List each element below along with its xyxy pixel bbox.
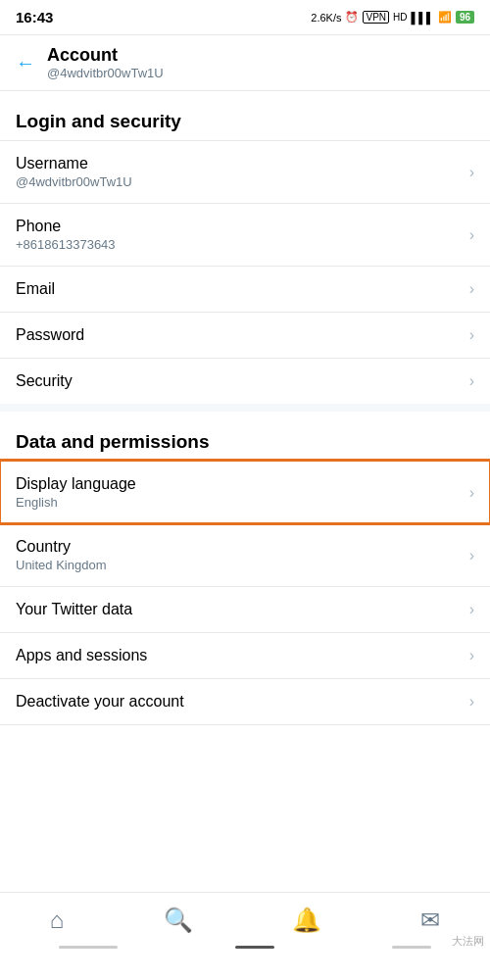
page-header: ← Account @4wdvitbr00wTw1U	[0, 35, 490, 91]
nav-indicator-home	[235, 946, 274, 949]
menu-item-title-phone: Phone	[16, 218, 116, 235]
menu-item-title-username: Username	[16, 155, 132, 172]
status-bar: 16:43 2.6K/s ⏰ VPN HD ▌▌▌ 📶 96	[0, 0, 490, 35]
status-time: 16:43	[16, 9, 53, 25]
menu-item-left-display-language: Display languageEnglish	[16, 475, 136, 510]
menu-item-left-username: Username@4wdvitbr00wTw1U	[16, 155, 132, 189]
back-button[interactable]: ←	[16, 52, 35, 74]
menu-item-title-email: Email	[16, 280, 55, 298]
menu-item-apps-sessions[interactable]: Apps and sessions›	[0, 632, 490, 678]
watermark: 大法网	[446, 932, 490, 951]
clock-icon: ⏰	[345, 11, 359, 24]
search-icon[interactable]: 🔍	[164, 906, 193, 934]
menu-item-title-deactivate: Deactivate your account	[16, 693, 184, 710]
section-title-data-permissions: Data and permissions	[16, 431, 209, 452]
chevron-icon-email: ›	[469, 280, 474, 298]
section-header-login-security: Login and security	[0, 91, 490, 140]
menu-item-title-twitter-data: Your Twitter data	[16, 601, 132, 618]
menu-item-left-email: Email	[16, 280, 55, 298]
menu-item-security[interactable]: Security›	[0, 358, 490, 404]
menu-item-title-security: Security	[16, 372, 73, 390]
menu-item-subtitle-username: @4wdvitbr00wTw1U	[16, 174, 132, 189]
menu-item-title-country: Country	[16, 538, 107, 556]
menu-item-left-apps-sessions: Apps and sessions	[16, 647, 147, 664]
nav-indicator-menu	[59, 946, 118, 949]
section-header-data-permissions: Data and permissions	[0, 412, 490, 461]
menu-item-subtitle-country: United Kingdom	[16, 558, 107, 572]
wifi-icon: 📶	[438, 11, 452, 24]
menu-item-left-twitter-data: Your Twitter data	[16, 601, 132, 618]
chevron-icon-username: ›	[469, 164, 474, 181]
network-speed: 2.6K/s	[311, 12, 341, 24]
menu-item-title-apps-sessions: Apps and sessions	[16, 647, 147, 664]
status-right: 2.6K/s ⏰ VPN HD ▌▌▌ 📶 96	[311, 11, 474, 24]
menu-item-left-password: Password	[16, 326, 84, 344]
section-title-login-security: Login and security	[16, 111, 181, 131]
nav-icons-row: ⌂ 🔍 🔔 ✉	[0, 893, 490, 942]
battery-indicator: 96	[456, 11, 474, 24]
nav-indicator-back	[392, 946, 431, 949]
chevron-icon-country: ›	[469, 547, 474, 564]
menu-item-deactivate[interactable]: Deactivate your account›	[0, 678, 490, 725]
chevron-icon-password: ›	[469, 326, 474, 344]
bell-icon[interactable]: 🔔	[292, 906, 321, 934]
bottom-navigation: ⌂ 🔍 🔔 ✉ 大法网	[0, 892, 490, 980]
menu-item-title-display-language: Display language	[16, 475, 136, 493]
menu-item-left-phone: Phone+8618613373643	[16, 218, 116, 252]
menu-item-title-password: Password	[16, 326, 84, 344]
menu-item-left-security: Security	[16, 372, 73, 390]
menu-item-subtitle-display-language: English	[16, 495, 136, 510]
section-divider	[0, 404, 490, 412]
chevron-icon-display-language: ›	[469, 484, 474, 502]
menu-item-email[interactable]: Email›	[0, 266, 490, 312]
chevron-icon-phone: ›	[469, 226, 474, 244]
chevron-icon-security: ›	[469, 372, 474, 390]
chevron-icon-twitter-data: ›	[469, 601, 474, 618]
menu-item-twitter-data[interactable]: Your Twitter data›	[0, 586, 490, 632]
menu-item-password[interactable]: Password›	[0, 312, 490, 358]
page-title: Account	[47, 45, 164, 66]
menu-item-phone[interactable]: Phone+8618613373643›	[0, 203, 490, 266]
header-text: Account @4wdvitbr00wTw1U	[47, 45, 164, 80]
menu-item-username[interactable]: Username@4wdvitbr00wTw1U›	[0, 140, 490, 203]
hd-icon: HD	[393, 12, 407, 23]
home-icon[interactable]: ⌂	[50, 906, 65, 934]
menu-item-subtitle-phone: +8618613373643	[16, 237, 116, 252]
menu-item-left-deactivate: Deactivate your account	[16, 693, 184, 710]
menu-item-display-language[interactable]: Display languageEnglish›	[0, 461, 490, 523]
nav-bottom-bar	[0, 942, 490, 953]
menu-item-country[interactable]: CountryUnited Kingdom›	[0, 523, 490, 586]
vpn-icon: VPN	[363, 11, 389, 24]
signal-icon: ▌▌▌	[411, 12, 433, 24]
menu-item-left-country: CountryUnited Kingdom	[16, 538, 107, 572]
chevron-icon-deactivate: ›	[469, 693, 474, 710]
mail-icon[interactable]: ✉	[420, 906, 440, 934]
account-handle: @4wdvitbr00wTw1U	[47, 66, 164, 80]
chevron-icon-apps-sessions: ›	[469, 647, 474, 664]
